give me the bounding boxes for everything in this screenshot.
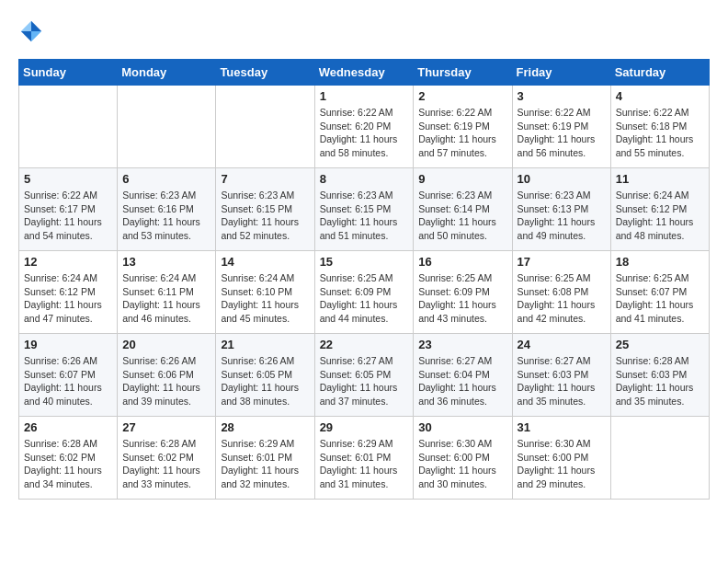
calendar-cell: 26Sunrise: 6:28 AMSunset: 6:02 PMDayligh… (19, 417, 118, 500)
day-info: Sunrise: 6:22 AMSunset: 6:17 PMDaylight:… (24, 189, 112, 243)
calendar-week-1: 1Sunrise: 6:22 AMSunset: 6:20 PMDaylight… (19, 86, 710, 168)
day-info: Sunrise: 6:22 AMSunset: 6:19 PMDaylight:… (518, 106, 606, 160)
day-info: Sunrise: 6:29 AMSunset: 6:01 PMDaylight:… (320, 437, 409, 491)
weekday-header-wednesday: Wednesday (314, 60, 414, 86)
logo (18, 18, 48, 44)
calendar-cell: 12Sunrise: 6:24 AMSunset: 6:12 PMDayligh… (19, 251, 118, 334)
day-number: 7 (221, 172, 309, 186)
day-info: Sunrise: 6:27 AMSunset: 6:03 PMDaylight:… (518, 354, 606, 408)
day-number: 23 (418, 338, 506, 351)
day-number: 14 (221, 255, 309, 269)
weekday-header-saturday: Saturday (610, 60, 709, 86)
day-number: 1 (320, 89, 409, 103)
weekday-header-row: SundayMondayTuesdayWednesdayThursdayFrid… (19, 60, 710, 86)
day-info: Sunrise: 6:23 AMSunset: 6:15 PMDaylight:… (221, 189, 309, 243)
day-info: Sunrise: 6:24 AMSunset: 6:12 PMDaylight:… (24, 271, 112, 326)
day-info: Sunrise: 6:23 AMSunset: 6:15 PMDaylight:… (320, 189, 409, 243)
day-info: Sunrise: 6:26 AMSunset: 6:06 PMDaylight:… (122, 354, 210, 408)
day-number: 17 (518, 255, 606, 269)
calendar-cell: 25Sunrise: 6:28 AMSunset: 6:03 PMDayligh… (610, 334, 709, 417)
day-info: Sunrise: 6:23 AMSunset: 6:13 PMDaylight:… (518, 189, 606, 243)
calendar-cell: 17Sunrise: 6:25 AMSunset: 6:08 PMDayligh… (512, 251, 610, 334)
day-number: 27 (122, 420, 210, 434)
svg-marker-1 (21, 21, 31, 31)
day-number: 24 (518, 338, 606, 351)
day-number: 10 (518, 172, 606, 186)
day-number: 8 (320, 172, 409, 186)
day-info: Sunrise: 6:27 AMSunset: 6:05 PMDaylight:… (320, 354, 409, 408)
calendar-cell: 6Sunrise: 6:23 AMSunset: 6:16 PMDaylight… (118, 168, 216, 251)
calendar-cell (118, 86, 216, 168)
calendar-cell (19, 86, 118, 168)
calendar-cell: 28Sunrise: 6:29 AMSunset: 6:01 PMDayligh… (216, 417, 314, 500)
day-number: 30 (418, 420, 506, 434)
day-info: Sunrise: 6:24 AMSunset: 6:10 PMDaylight:… (221, 271, 309, 326)
calendar-cell: 15Sunrise: 6:25 AMSunset: 6:09 PMDayligh… (314, 251, 414, 334)
calendar-cell: 4Sunrise: 6:22 AMSunset: 6:18 PMDaylight… (610, 86, 709, 168)
day-info: Sunrise: 6:22 AMSunset: 6:18 PMDaylight:… (616, 106, 704, 160)
calendar-cell: 9Sunrise: 6:23 AMSunset: 6:14 PMDaylight… (414, 168, 512, 251)
calendar-cell: 2Sunrise: 6:22 AMSunset: 6:19 PMDaylight… (414, 86, 512, 168)
page-header (18, 18, 710, 44)
day-number: 12 (24, 255, 112, 269)
day-info: Sunrise: 6:25 AMSunset: 6:07 PMDaylight:… (616, 271, 704, 326)
day-number: 3 (518, 89, 606, 103)
day-info: Sunrise: 6:25 AMSunset: 6:09 PMDaylight:… (320, 271, 409, 326)
weekday-header-friday: Friday (512, 60, 610, 86)
day-number: 19 (24, 338, 112, 351)
day-number: 16 (418, 255, 506, 269)
calendar-cell: 21Sunrise: 6:26 AMSunset: 6:05 PMDayligh… (216, 334, 314, 417)
day-info: Sunrise: 6:28 AMSunset: 6:02 PMDaylight:… (122, 437, 210, 491)
calendar-cell: 24Sunrise: 6:27 AMSunset: 6:03 PMDayligh… (512, 334, 610, 417)
weekday-header-sunday: Sunday (19, 60, 118, 86)
day-number: 29 (320, 420, 409, 434)
day-number: 9 (418, 172, 506, 186)
day-info: Sunrise: 6:24 AMSunset: 6:12 PMDaylight:… (616, 189, 704, 243)
day-info: Sunrise: 6:26 AMSunset: 6:07 PMDaylight:… (24, 354, 112, 408)
weekday-header-monday: Monday (118, 60, 216, 86)
calendar-week-3: 12Sunrise: 6:24 AMSunset: 6:12 PMDayligh… (19, 251, 710, 334)
calendar-cell: 31Sunrise: 6:30 AMSunset: 6:00 PMDayligh… (512, 417, 610, 500)
calendar-cell: 3Sunrise: 6:22 AMSunset: 6:19 PMDaylight… (512, 86, 610, 168)
day-number: 18 (616, 255, 704, 269)
day-info: Sunrise: 6:24 AMSunset: 6:11 PMDaylight:… (122, 271, 210, 326)
day-info: Sunrise: 6:27 AMSunset: 6:04 PMDaylight:… (418, 354, 506, 408)
day-info: Sunrise: 6:22 AMSunset: 6:20 PMDaylight:… (320, 106, 409, 160)
day-number: 28 (221, 420, 309, 434)
day-info: Sunrise: 6:22 AMSunset: 6:19 PMDaylight:… (418, 106, 506, 160)
day-number: 21 (221, 338, 309, 351)
day-number: 5 (24, 172, 112, 186)
svg-marker-2 (31, 31, 41, 41)
day-number: 25 (616, 338, 704, 351)
calendar-week-2: 5Sunrise: 6:22 AMSunset: 6:17 PMDaylight… (19, 168, 710, 251)
calendar-table: SundayMondayTuesdayWednesdayThursdayFrid… (18, 59, 710, 500)
calendar-cell: 8Sunrise: 6:23 AMSunset: 6:15 PMDaylight… (314, 168, 414, 251)
day-info: Sunrise: 6:23 AMSunset: 6:14 PMDaylight:… (418, 189, 506, 243)
svg-marker-0 (31, 21, 41, 31)
calendar-cell: 20Sunrise: 6:26 AMSunset: 6:06 PMDayligh… (118, 334, 216, 417)
day-info: Sunrise: 6:28 AMSunset: 6:03 PMDaylight:… (616, 354, 704, 408)
day-info: Sunrise: 6:30 AMSunset: 6:00 PMDaylight:… (418, 437, 506, 491)
calendar-cell: 23Sunrise: 6:27 AMSunset: 6:04 PMDayligh… (414, 334, 512, 417)
day-info: Sunrise: 6:28 AMSunset: 6:02 PMDaylight:… (24, 437, 112, 491)
calendar-cell: 18Sunrise: 6:25 AMSunset: 6:07 PMDayligh… (610, 251, 709, 334)
calendar-cell: 13Sunrise: 6:24 AMSunset: 6:11 PMDayligh… (118, 251, 216, 334)
calendar-cell: 19Sunrise: 6:26 AMSunset: 6:07 PMDayligh… (19, 334, 118, 417)
day-info: Sunrise: 6:25 AMSunset: 6:08 PMDaylight:… (518, 271, 606, 326)
calendar-cell: 10Sunrise: 6:23 AMSunset: 6:13 PMDayligh… (512, 168, 610, 251)
day-info: Sunrise: 6:25 AMSunset: 6:09 PMDaylight:… (418, 271, 506, 326)
day-info: Sunrise: 6:30 AMSunset: 6:00 PMDaylight:… (518, 437, 606, 491)
day-info: Sunrise: 6:23 AMSunset: 6:16 PMDaylight:… (122, 189, 210, 243)
calendar-cell: 7Sunrise: 6:23 AMSunset: 6:15 PMDaylight… (216, 168, 314, 251)
weekday-header-tuesday: Tuesday (216, 60, 314, 86)
calendar-cell: 1Sunrise: 6:22 AMSunset: 6:20 PMDaylight… (314, 86, 414, 168)
calendar-cell: 14Sunrise: 6:24 AMSunset: 6:10 PMDayligh… (216, 251, 314, 334)
day-number: 6 (122, 172, 210, 186)
day-number: 15 (320, 255, 409, 269)
day-info: Sunrise: 6:26 AMSunset: 6:05 PMDaylight:… (221, 354, 309, 408)
calendar-cell (610, 417, 709, 500)
calendar-cell: 16Sunrise: 6:25 AMSunset: 6:09 PMDayligh… (414, 251, 512, 334)
calendar-week-4: 19Sunrise: 6:26 AMSunset: 6:07 PMDayligh… (19, 334, 710, 417)
day-info: Sunrise: 6:29 AMSunset: 6:01 PMDaylight:… (221, 437, 309, 491)
calendar-week-5: 26Sunrise: 6:28 AMSunset: 6:02 PMDayligh… (19, 417, 710, 500)
